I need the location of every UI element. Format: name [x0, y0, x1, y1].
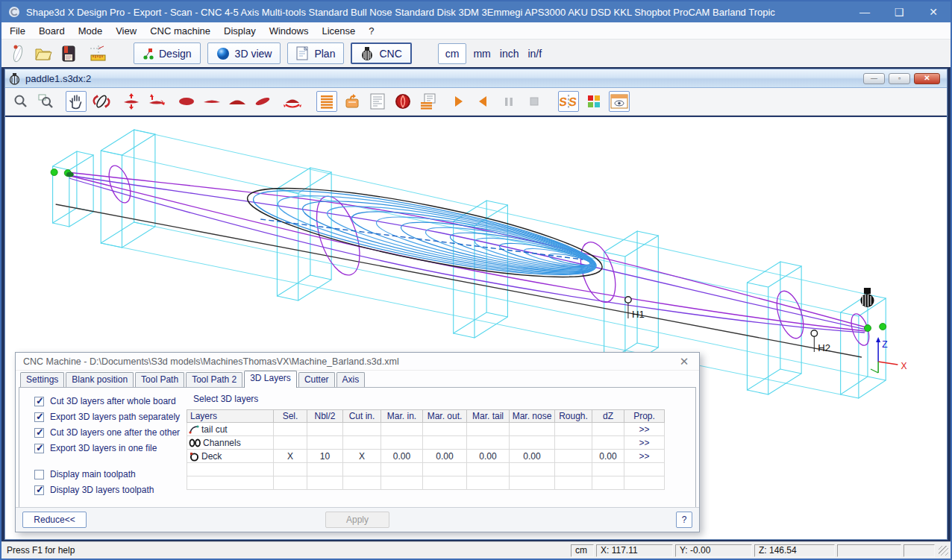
svg-text:S: S	[560, 95, 569, 108]
rotate-view-button[interactable]	[91, 91, 112, 112]
doc-maximize-icon[interactable]: ▫	[889, 73, 910, 84]
front-view-button[interactable]	[227, 91, 248, 112]
table-row-deck[interactable]: Deck X10X0.000.000.000.000.00 >>	[187, 450, 665, 463]
thickness-view-button[interactable]	[146, 91, 167, 112]
3d-view-button[interactable]: 3D view	[207, 43, 281, 64]
apply-button[interactable]: Apply	[325, 512, 389, 528]
cnc-mode-button[interactable]: CNC	[351, 43, 411, 64]
checkbox-export-separately[interactable]: Export 3D layers path separately	[34, 412, 180, 422]
menu-cnc-machine[interactable]: CNC machine	[143, 24, 217, 38]
top-view-button[interactable]	[176, 91, 197, 112]
export-gcode-button[interactable]	[342, 91, 363, 112]
app-logo-icon	[8, 6, 20, 18]
new-board-button[interactable]	[5, 43, 31, 65]
checkbox-icon[interactable]	[34, 444, 44, 453]
play-back-button[interactable]	[473, 91, 494, 112]
resize-grip[interactable]	[939, 546, 948, 556]
flip-view-button[interactable]	[282, 91, 303, 112]
prop-button[interactable]: >>	[624, 436, 665, 450]
layers-display-button[interactable]	[316, 91, 337, 112]
gcode-listing-button[interactable]	[367, 91, 388, 112]
prop-button[interactable]: >>	[624, 450, 665, 463]
menu-mode[interactable]: Mode	[72, 24, 110, 38]
plan-button[interactable]: Plan	[287, 43, 344, 64]
export-box-icon	[343, 92, 361, 110]
menu-file[interactable]: File	[3, 24, 32, 38]
tab-blank-position[interactable]: Blank position	[66, 372, 134, 387]
zoom-window-button[interactable]	[36, 91, 57, 112]
perspective-icon	[253, 93, 272, 110]
tab-tool-path-2[interactable]: Tool Path 2	[186, 372, 242, 387]
design-label: Design	[159, 48, 192, 60]
status-y-coord: Y: -0.00	[675, 544, 752, 557]
dialog-close-icon[interactable]: ✕	[677, 356, 692, 367]
pause-button[interactable]	[498, 91, 519, 112]
checkbox-one-after-other[interactable]: Cut 3D layers one after the other	[34, 427, 180, 438]
width-view-button[interactable]	[121, 91, 142, 112]
tab-axis[interactable]: Axis	[336, 372, 366, 387]
menu-license[interactable]: License	[315, 24, 362, 38]
doc-minimize-icon[interactable]: —	[863, 73, 885, 84]
surfboard-icon	[9, 44, 27, 63]
open-button[interactable]	[31, 43, 56, 65]
close-icon[interactable]: ✕	[916, 1, 951, 22]
menu-help[interactable]: ?	[362, 24, 381, 38]
checkbox-one-file[interactable]: Export 3D layers in one file	[34, 443, 157, 453]
checkbox-cut-after-whole[interactable]: Cut 3D layers after whole board	[34, 396, 176, 406]
perspective-view-button[interactable]	[252, 91, 273, 112]
unit-inch[interactable]: inch	[495, 48, 524, 60]
symmetry-compare-button[interactable]: SS	[558, 91, 579, 112]
table-row-tail-cut[interactable]: tail cut >>	[187, 423, 665, 436]
menu-bar: File Board Mode View CNC machine Display…	[1, 22, 951, 39]
col-sel: Sel.	[274, 410, 307, 423]
pause-icon	[502, 95, 516, 108]
3d-view-label: 3D view	[235, 48, 272, 60]
reduce-button[interactable]: Reduce<<	[22, 512, 87, 528]
unit-cm[interactable]: cm	[438, 43, 467, 64]
main-toolbar: Design 3D view Plan CNC cm mm inch in/f	[1, 39, 951, 67]
zoom-button[interactable]	[10, 91, 31, 112]
checkbox-icon[interactable]	[34, 485, 44, 495]
doc-close-icon[interactable]: ✕	[914, 73, 940, 84]
color-scheme-button[interactable]	[583, 91, 604, 112]
checkbox-icon[interactable]	[34, 470, 44, 479]
menu-display[interactable]: Display	[217, 24, 263, 38]
unit-inf[interactable]: in/f	[523, 48, 546, 60]
menu-board[interactable]: Board	[32, 24, 72, 38]
tab-cutter[interactable]: Cutter	[298, 372, 335, 387]
table-row-channels[interactable]: Channels >>	[187, 436, 665, 450]
tab-tool-path[interactable]: Tool Path	[135, 372, 184, 387]
design-mode-button[interactable]: Design	[134, 43, 201, 64]
measure-button[interactable]	[86, 43, 111, 65]
unit-mm[interactable]: mm	[469, 48, 495, 60]
checkbox-icon[interactable]	[34, 412, 44, 422]
menu-windows[interactable]: Windows	[263, 24, 316, 38]
minimize-icon[interactable]: —	[848, 1, 882, 22]
prop-button[interactable]: >>	[624, 423, 665, 436]
preview-window-button[interactable]	[609, 91, 630, 112]
status-x-coord: X: 117.11	[596, 544, 673, 557]
col-rough: Rough.	[555, 410, 592, 423]
col-cut-in: Cut in.	[343, 410, 381, 423]
play-forward-button[interactable]	[448, 91, 469, 112]
status-z-coord: Z: 146.54	[754, 544, 835, 557]
checkbox-display-3d-toolpath[interactable]: Display 3D layers toolpath	[34, 485, 154, 495]
tab-3d-layers[interactable]: 3D Layers	[244, 371, 297, 388]
side-view-button[interactable]	[201, 91, 222, 112]
toolpath-layers-button[interactable]	[418, 91, 439, 112]
dialog-title-bar[interactable]: CNC Machine - D:\Documents\S3d models\Ma…	[16, 353, 699, 371]
checkbox-icon[interactable]	[34, 397, 44, 406]
save-button[interactable]	[56, 43, 81, 65]
cutter-button[interactable]	[392, 91, 413, 112]
document-title-bar[interactable]: paddle1.s3dx:2 — ▫ ✕	[5, 69, 947, 88]
checkbox-display-main-toolpath[interactable]: Display main toolpath	[34, 469, 136, 479]
checkbox-icon[interactable]	[34, 428, 44, 438]
h2-marker[interactable]: H2	[811, 330, 830, 353]
outline-view-icon	[177, 93, 196, 110]
dialog-help-button[interactable]: ?	[676, 512, 692, 528]
stop-button[interactable]	[524, 91, 545, 112]
maximize-icon[interactable]: ❑	[882, 1, 916, 22]
pan-button[interactable]	[66, 91, 87, 112]
menu-view[interactable]: View	[109, 24, 143, 38]
tab-settings[interactable]: Settings	[20, 372, 64, 387]
